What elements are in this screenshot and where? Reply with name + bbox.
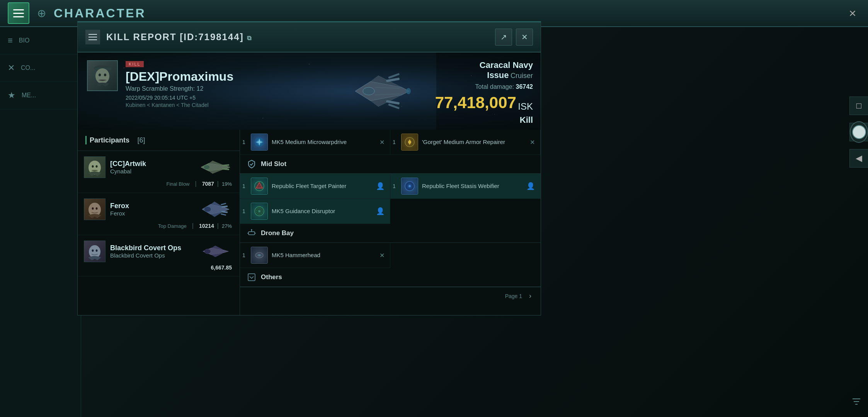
participant-item-ferox[interactable]: Ferox Ferox <box>78 193 240 235</box>
svg-point-29 <box>92 249 94 252</box>
guidance-disruptor-icon-svg <box>253 205 266 217</box>
web-qty: 1 <box>393 183 396 189</box>
circle-button[interactable] <box>849 123 868 141</box>
participant-item-blackbird[interactable]: Blackbird Covert Ops Blackbird Covert Op… <box>78 235 240 276</box>
participant-ship-artwik: Cynabal <box>110 168 194 175</box>
participants-panel: Participants [6] [CC]Ar <box>78 130 240 315</box>
participant-info-ferox: Ferox Ferox <box>110 202 194 217</box>
fitting-item-target-painter: 1 Republic Fleet Target Painter 👤 <box>240 174 390 199</box>
svg-rect-27 <box>221 213 226 216</box>
participant-ship-ferox: Ferox <box>110 210 194 217</box>
svg-point-53 <box>259 254 260 256</box>
svg-point-3 <box>99 73 101 76</box>
next-page-button[interactable]: › <box>526 290 534 302</box>
mid-slot-icon <box>246 159 257 170</box>
mwd-icon-svg <box>253 136 266 148</box>
participants-bar-decoration <box>85 136 87 144</box>
avatar-blackbird <box>84 241 106 262</box>
pilot-stats: Warp Scramble Strength: 12 <box>126 85 531 92</box>
ship-img-ferox <box>199 198 233 220</box>
sidebar-item-combat[interactable]: ✕ Co... <box>0 54 81 82</box>
sidebar-combat-label: Co... <box>21 64 35 71</box>
ship-img-cynabal <box>199 156 233 178</box>
hammerhead-icon-svg <box>253 249 266 261</box>
kill-location: Kubinen < Kantanen < The Citadel <box>126 102 531 108</box>
participant-row-artwik: [CC]Artwik Cynabal <box>84 156 233 178</box>
hammerhead-name: MK5 Hammerhead <box>272 251 376 259</box>
guidance-disruptor-name: MK5 Guidance Disruptor <box>272 207 372 215</box>
external-link-button[interactable]: ↗ <box>495 29 512 46</box>
main-menu-button[interactable] <box>8 2 29 24</box>
gorget-icon <box>401 134 418 151</box>
avatar-ferox <box>84 198 106 220</box>
logo-icon: ⊕ <box>37 7 46 20</box>
gd-person-icon: 👤 <box>376 207 385 215</box>
final-blow-label: Final Blow <box>167 181 190 187</box>
filter-button[interactable] <box>851 396 862 409</box>
participant-name-blackbird: Blackbird Covert Ops <box>110 244 194 252</box>
app-close-button[interactable]: × <box>845 5 860 21</box>
pilot-avatar <box>87 60 118 91</box>
ship-img-blackbird <box>199 241 233 262</box>
svg-rect-46 <box>248 232 255 235</box>
tp-person-icon: 👤 <box>376 182 385 190</box>
blackbird-face <box>84 241 105 262</box>
participant-stats-ferox: Top Damage | 10214 | 27% <box>84 222 233 229</box>
participant-info-blackbird: Blackbird Covert Ops Blackbird Covert Op… <box>110 244 194 259</box>
ferox-ship-svg <box>199 200 233 219</box>
svg-point-21 <box>92 207 94 210</box>
drone-bay-label: Drone Bay <box>261 229 294 237</box>
hh-close-icon[interactable]: ✕ <box>380 252 385 259</box>
kill-report-menu-button[interactable] <box>85 30 100 44</box>
mid-slot-header: Mid Slot <box>240 155 541 174</box>
back-button[interactable]: ◀ <box>849 149 868 168</box>
guidance-disruptor-icon <box>251 203 268 220</box>
pilot-info: Kill [DEX]Promaximus Warp Scramble Stren… <box>126 60 531 108</box>
svg-point-16 <box>96 165 98 168</box>
blackbird-ship-svg <box>199 242 233 261</box>
pagination-row: Page 1 › <box>240 287 541 305</box>
fittings-panel: 1 MK5 Medium Microwarpdrive ✕ 1 <box>240 130 541 315</box>
participant-name-artwik: [CC]Artwik <box>110 160 194 168</box>
others-label: Others <box>261 273 282 281</box>
mwd-icon <box>251 134 268 151</box>
kill-report-actions: ↗ ✕ <box>495 29 533 46</box>
shield-icon-svg <box>247 159 256 169</box>
participant-row-ferox: Ferox Ferox <box>84 198 233 220</box>
white-square-button[interactable]: □ <box>849 97 868 115</box>
svg-point-30 <box>96 249 98 252</box>
back-icon: ◀ <box>856 153 862 163</box>
combat-icon: ✕ <box>8 63 15 73</box>
mwd-qty: 1 <box>242 139 245 145</box>
pilot-avatar-inner <box>88 61 117 90</box>
external-link-icon: ↗ <box>500 32 507 42</box>
sidebar-item-bio[interactable]: ≡ Bio <box>0 27 81 54</box>
participant-info-artwik: [CC]Artwik Cynabal <box>110 160 194 175</box>
svg-point-23 <box>204 207 211 212</box>
svg-point-45 <box>259 211 260 212</box>
participant-name-ferox: Ferox <box>110 202 194 210</box>
gorget-close-icon[interactable]: ✕ <box>530 139 535 146</box>
kill-datetime: 2022/05/29 20:05:14 UTC +5 <box>126 95 531 101</box>
svg-rect-26 <box>221 203 226 205</box>
fitting-row-top: 1 MK5 Medium Microwarpdrive ✕ 1 <box>240 130 541 155</box>
empty-drone-slot <box>390 243 541 268</box>
svg-point-48 <box>251 229 252 231</box>
circle-inner-dot <box>852 125 866 139</box>
participant-item-artwik[interactable]: [CC]Artwik Cynabal <box>78 151 240 193</box>
gorget-name: 'Gorget' Medium Armor Repairer <box>422 138 526 146</box>
kill-report-close-button[interactable]: ✕ <box>516 29 533 46</box>
target-painter-icon <box>251 178 268 195</box>
bio-icon: ≡ <box>8 36 13 46</box>
participants-count: [6] <box>138 136 145 144</box>
pilot-face-svg <box>88 61 117 90</box>
artwik-face <box>84 157 105 178</box>
sidebar-item-medals[interactable]: ★ Me... <box>0 82 81 109</box>
participants-header: Participants [6] <box>78 130 240 151</box>
filter-icon-svg <box>851 396 862 407</box>
pilot-name: [DEX]Promaximus <box>126 70 531 84</box>
gorget-icon-svg <box>403 136 416 148</box>
webifier-icon-svg <box>403 180 416 192</box>
participant-row-blackbird: Blackbird Covert Ops Blackbird Covert Op… <box>84 241 233 262</box>
mwd-close-icon[interactable]: ✕ <box>380 139 385 146</box>
